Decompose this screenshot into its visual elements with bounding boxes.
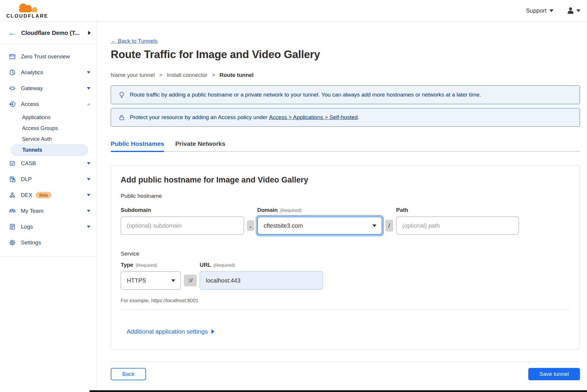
lock-icon [118, 114, 125, 121]
tab-public-hostnames[interactable]: Public Hostnames [111, 140, 164, 151]
cloudflare-cloud-icon [12, 2, 43, 13]
sidebar-item-settings[interactable]: Settings [0, 235, 97, 251]
lightbulb-icon [118, 91, 125, 99]
step-name-your-tunnel[interactable]: Name your tunnel [111, 72, 155, 78]
tip-banner: Route traffic by adding a public hostnam… [111, 85, 580, 104]
scheme-separator: :// [184, 275, 197, 286]
sidebar-collapse-icon[interactable] [88, 31, 91, 35]
sidebar-item-label: Access Groups [22, 125, 58, 131]
user-menu[interactable] [567, 7, 581, 14]
service-field-row: Type (Required) HTTPS :// URL (Required) [121, 262, 570, 290]
gear-icon [9, 239, 16, 246]
tab-private-networks[interactable]: Private Networks [175, 140, 225, 151]
tip-banner-text: Route traffic by adding a public hostnam… [130, 92, 481, 98]
account-header: ← Cloudflare Demo (T... [0, 21, 97, 45]
footer-divider [111, 361, 580, 362]
sidebar-item-service-auth[interactable]: Service Auth [0, 134, 97, 145]
required-hint: (Required) [213, 263, 235, 268]
beta-badge: Beta [36, 192, 51, 198]
service-type-value: HTTPS [127, 277, 146, 284]
chevron-down-icon [576, 9, 581, 12]
domain-selected-value: cftestsite3.com [264, 222, 303, 229]
chevron-right-icon [211, 329, 214, 334]
page-title: Route Traffic for Image and Video Galler… [111, 48, 580, 61]
sidebar-item-gateway[interactable]: Gateway [0, 80, 97, 96]
sidebar-item-access[interactable]: Access [0, 96, 97, 112]
sidebar-item-casb[interactable]: CASB [0, 156, 97, 171]
sidebar-item-zero-trust-overview[interactable]: Zero Trust overview [0, 49, 97, 65]
sidebar-item-label: Gateway [21, 85, 43, 92]
type-label: Type (Required) [121, 262, 181, 269]
access-applications-link[interactable]: Access > Applications > Self-hosted [269, 114, 358, 120]
domain-select[interactable]: cftestsite3.com [257, 217, 382, 235]
card-heading: Add public hostname for Image and Video … [121, 175, 570, 185]
sidebar-item-label: Zero Trust overview [21, 53, 70, 60]
url-field: URL (Required) [200, 262, 323, 290]
cloudflare-logo[interactable]: CLOUDFLARE [5, 2, 49, 19]
add-hostname-card: Add public hostname for Image and Video … [111, 165, 580, 349]
subdomain-input[interactable] [121, 217, 244, 235]
sidebar-item-access-groups[interactable]: Access Groups [0, 123, 97, 134]
domain-field: Domain (Required) cftestsite3.com [257, 207, 382, 235]
additional-settings-label: Additional application settings [127, 328, 208, 335]
step-separator: > [159, 72, 162, 78]
access-subnav: Applications Access Groups Service Auth … [0, 112, 97, 156]
sidebar-item-my-team[interactable]: My Team [0, 203, 97, 219]
save-tunnel-button[interactable]: Save tunnel [528, 368, 580, 380]
banner-text-suffix: . [358, 114, 359, 120]
sidebar-item-label: Access [21, 101, 39, 107]
card-divider [121, 310, 570, 310]
sidebar-item-tunnels[interactable]: Tunnels [11, 145, 88, 156]
service-type-select[interactable]: HTTPS [121, 271, 181, 290]
sidebar-divider [0, 256, 97, 256]
chevron-down-icon [171, 279, 175, 282]
chevron-down-icon [87, 162, 90, 165]
url-input[interactable] [200, 271, 323, 290]
sidebar-nav: Zero Trust overview Analytics Gateway Ac… [0, 45, 97, 251]
window-icon [9, 53, 16, 60]
support-label: Support [526, 7, 546, 14]
path-input[interactable] [396, 217, 519, 235]
logo-wordmark: CLOUDFLARE [6, 13, 48, 19]
sidebar-item-dex[interactable]: DEX Beta [0, 187, 97, 203]
sidebar-item-label: CASB [21, 160, 36, 167]
back-to-tunnels-link[interactable]: ← Back to Tunnels [111, 38, 157, 44]
document-lock-icon [9, 176, 16, 183]
step-install-connector[interactable]: Install connector [167, 72, 207, 78]
pie-chart-icon [9, 69, 16, 76]
sidebar-item-logs[interactable]: Logs [0, 219, 97, 235]
chevron-down-icon [372, 224, 376, 227]
main-content: ← Back to Tunnels Route Traffic for Imag… [97, 21, 587, 392]
sidebar: ← Cloudflare Demo (T... Zero Trust overv… [0, 21, 97, 392]
access-policy-banner-text: Protect your resource by adding an Acces… [130, 114, 359, 121]
chevron-down-icon [87, 178, 90, 180]
sidebar-item-label: Service Auth [22, 136, 52, 142]
sidebar-item-label: My Team [21, 208, 43, 214]
path-label: Path [396, 207, 519, 214]
sidebar-item-analytics[interactable]: Analytics [0, 65, 97, 80]
sidebar-item-dlp[interactable]: DLP [0, 171, 97, 187]
sidebar-item-label: DEX [21, 192, 32, 198]
chevron-down-icon [87, 71, 90, 74]
sidebar-item-applications[interactable]: Applications [0, 112, 97, 123]
account-name: Cloudflare Demo (T... [21, 30, 80, 36]
back-button[interactable]: Back [111, 368, 146, 380]
step-route-tunnel: Route tunnel [220, 72, 254, 78]
url-label: URL (Required) [200, 262, 323, 269]
support-menu[interactable]: Support [526, 7, 554, 14]
sidebar-item-label: Tunnels [22, 147, 42, 153]
dot-separator: . [247, 220, 254, 231]
subdomain-label: Subdomain [121, 207, 244, 214]
people-icon [9, 207, 16, 214]
additional-settings-toggle[interactable]: Additional application settings [127, 328, 214, 335]
slash-separator: / [385, 220, 393, 232]
sidebar-item-label: Applications [22, 114, 51, 121]
chevron-down-icon [87, 87, 90, 89]
subdomain-field: Subdomain [121, 207, 244, 235]
bottom-edge-strip [90, 390, 587, 392]
chevron-up-icon [87, 103, 90, 105]
hostname-tabs: Public Hostnames Private Networks [111, 140, 580, 152]
back-arrow-icon[interactable]: ← [8, 29, 16, 37]
chevron-down-icon [87, 194, 90, 196]
required-hint: (Required) [280, 208, 302, 213]
